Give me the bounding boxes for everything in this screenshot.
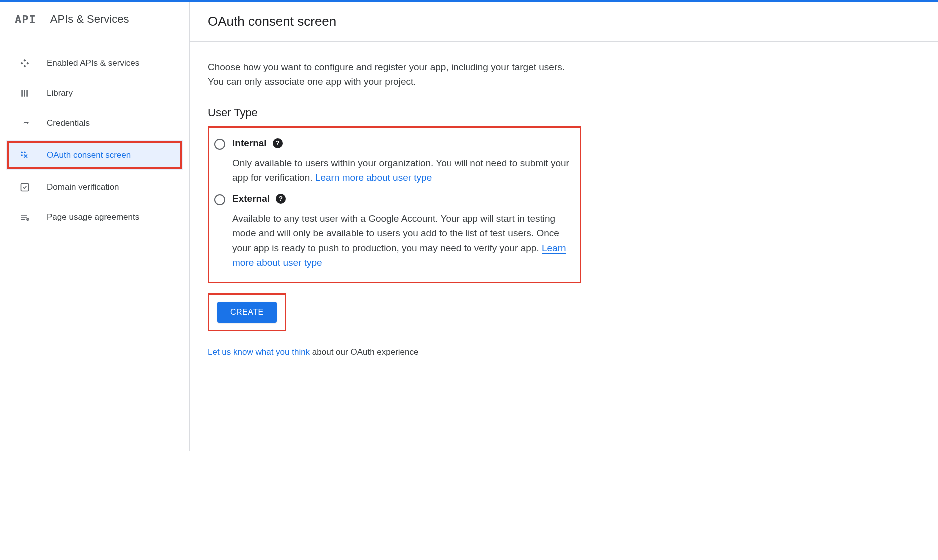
library-icon [19, 87, 31, 99]
sidebar-item-credentials[interactable]: Credentials [0, 108, 189, 138]
sidebar-item-label: OAuth consent screen [47, 150, 131, 160]
radio-option-external: External ? Available to any test user wi… [212, 190, 572, 275]
radio-external[interactable] [214, 194, 225, 205]
user-type-heading: User Type [208, 106, 581, 119]
svg-point-2 [21, 154, 23, 156]
svg-point-1 [24, 152, 25, 153]
product-title: APIs & Services [50, 13, 129, 26]
radio-internal-label: Internal [232, 138, 267, 149]
svg-point-0 [21, 152, 23, 153]
radio-external-label: External [232, 193, 270, 204]
sidebar-item-label: Library [47, 88, 73, 98]
page-header: OAuth consent screen [190, 2, 938, 42]
feedback-rest: about our OAuth experience [312, 347, 419, 357]
learn-more-internal-link[interactable]: Learn more about user type [315, 172, 432, 183]
sidebar: API APIs & Services Enabled APIs & servi… [0, 2, 190, 451]
sidebar-item-label: Page usage agreements [47, 212, 139, 222]
sidebar-item-label: Enabled APIs & services [47, 58, 139, 68]
diamond-icon [19, 57, 31, 69]
radio-option-internal: Internal ? Only available to users withi… [212, 135, 572, 190]
sidebar-item-domain-verification[interactable]: Domain verification [0, 172, 189, 202]
feedback-line: Let us know what you think about our OAu… [208, 347, 581, 357]
brand-header: API APIs & Services [0, 2, 189, 37]
svg-rect-3 [21, 184, 29, 191]
feedback-link[interactable]: Let us know what you think [208, 347, 312, 357]
api-logo-icon: API [15, 13, 36, 26]
agreement-icon [19, 211, 31, 223]
sidebar-item-enabled-apis[interactable]: Enabled APIs & services [0, 48, 189, 78]
sidebar-nav: Enabled APIs & services Library Credenti… [0, 37, 189, 232]
radio-internal[interactable] [214, 139, 225, 150]
create-button[interactable]: CREATE [217, 302, 277, 323]
radio-external-description: Available to any test user with a Google… [232, 211, 572, 270]
radio-internal-description: Only available to users within your orga… [232, 156, 572, 185]
consent-icon [19, 149, 31, 161]
create-button-highlight: CREATE [208, 293, 286, 331]
sidebar-item-label: Domain verification [47, 182, 119, 192]
intro-text: Choose how you want to configure and reg… [208, 60, 581, 89]
user-type-radio-group: Internal ? Only available to users withi… [208, 126, 581, 283]
key-icon [19, 117, 31, 129]
sidebar-item-page-usage-agreements[interactable]: Page usage agreements [0, 202, 189, 232]
check-icon [19, 181, 31, 193]
sidebar-item-oauth-consent[interactable]: OAuth consent screen [6, 140, 183, 170]
help-icon[interactable]: ? [276, 194, 286, 204]
sidebar-item-library[interactable]: Library [0, 78, 189, 108]
sidebar-item-label: Credentials [47, 118, 90, 128]
main-content: OAuth consent screen Choose how you want… [190, 2, 938, 451]
page-title: OAuth consent screen [208, 14, 920, 29]
help-icon[interactable]: ? [273, 138, 283, 148]
